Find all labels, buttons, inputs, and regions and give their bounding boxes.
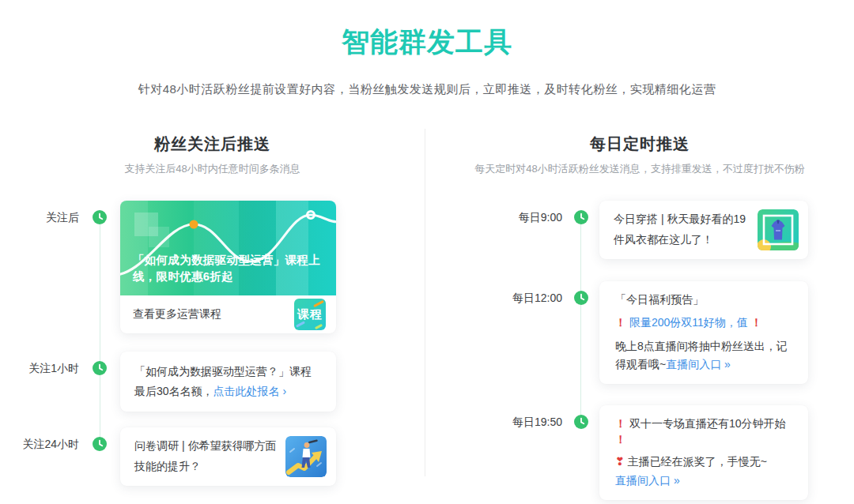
live-entry-line: 直播间入口 » [615, 472, 797, 489]
alert-exclamation: ！ [615, 316, 626, 329]
course-badge-icon: 课程 [294, 299, 326, 330]
message-text: 问卷调研 | 你希望获得哪方面技能的提升？ [134, 436, 278, 477]
banner-caption: 「如何成为数据驱动型运营」课程上线，限时优惠6折起 [133, 252, 328, 287]
column-title: 每日定时推送 [425, 129, 854, 155]
timeline-row: 每日12:00 「今日福利预告」 ！ 限量200份双11好物，值 ！ [425, 281, 854, 384]
timeline-row: 每日19:50 ！ 双十一专场直播还有10分钟开始 ！ [425, 405, 854, 500]
timeline-label: 关注后 [0, 201, 79, 225]
timeline-row: 每日9:00 今日穿搭 | 秋天最好看的19件风衣都在这儿了！ [425, 201, 854, 259]
follow-timeline: 关注后 [0, 201, 425, 486]
orange-point [190, 220, 198, 229]
clock-icon [93, 437, 107, 451]
page-title: 智能群发工具 [0, 0, 854, 61]
message-text-part: 双十一专场直播还有10分钟开始 [629, 417, 786, 430]
live-room-entry-link[interactable]: 直播间入口 » [666, 358, 731, 370]
promo-highlight: 限量200份双11好物，值 [629, 316, 748, 329]
course-banner-image: 「如何成为数据驱动型运营」课程上线，限时优惠6折起 [120, 201, 336, 295]
message-text: 晚上8点直播间将抽中粉丝送出，记得观看哦~直播间入口 » [615, 337, 797, 373]
clock-icon [93, 210, 107, 224]
streak-decoration [296, 321, 305, 327]
column-subtitle: 支持关注后48小时内任意时间多条消息 [0, 162, 425, 176]
signup-link[interactable]: 点击此处报名 › [214, 385, 287, 397]
message-title: 「今日福利预告」 [615, 292, 797, 308]
survey-person-icon [285, 436, 327, 477]
timeline-row: 关注1小时 「如何成为数据驱动型运营？」课程最后30名名额，点击此处报名 › [0, 352, 425, 412]
column-daily-push: 每日定时推送 每天定时对48小时活跃粉丝发送消息，支持排重发送，不过度打扰不伤粉… [425, 129, 854, 476]
alert-exclamation: ！ [615, 433, 626, 446]
column-follow-push: 粉丝关注后推送 支持关注后48小时内任意时间多条消息 关注后 [0, 129, 425, 476]
timeline-label: 每日9:00 [425, 201, 562, 225]
timeline-label: 关注24小时 [0, 427, 79, 452]
heart-exclamation-icon: ❣ [615, 455, 625, 468]
course-badge-label: 课程 [297, 307, 323, 322]
view-more-courses-label: 查看更多运营课程 [133, 307, 221, 322]
live-room-entry-link[interactable]: 直播间入口 » [615, 474, 680, 487]
coat-outfit-icon [758, 209, 799, 250]
streak-decoration [315, 324, 323, 329]
clock-icon [574, 415, 588, 429]
daily-timeline: 每日9:00 今日穿搭 | 秋天最好看的19件风衣都在这儿了！ [425, 201, 854, 500]
timeline-label: 每日19:50 [425, 405, 562, 430]
alert-exclamation: ！ [751, 316, 762, 329]
message-card: 「如何成为数据驱动型运营」课程上线，限时优惠6折起 查看更多运营课程 课程 [120, 201, 336, 333]
timeline-label: 关注1小时 [0, 352, 79, 376]
alert-exclamation: ！ [615, 417, 626, 430]
message-card: 问卷调研 | 你希望获得哪方面技能的提升？ [120, 427, 336, 486]
message-card: 「如何成为数据驱动型运营？」课程最后30名名额，点击此处报名 › [120, 352, 336, 412]
message-text-part: 主播已经在派奖了，手慢无~ [628, 455, 767, 468]
page-subtitle: 针对48小时活跃粉丝提前设置好内容，当粉丝触发发送规则后，立即推送，及时转化粉丝… [0, 82, 854, 97]
prize-line: ❣ 主播已经在派奖了，手慢无~ [615, 454, 797, 470]
message-card: ！ 双十一专场直播还有10分钟开始 ！ ❣ 主播已经在派奖了，手慢无~ 直播间入… [599, 405, 808, 500]
clock-icon [574, 291, 588, 305]
column-title: 粉丝关注后推送 [0, 129, 425, 155]
timeline-row: 关注24小时 问卷调研 | 你希望获得哪方面技能的提升？ [0, 427, 425, 486]
clock-icon [93, 361, 107, 375]
view-more-courses-row[interactable]: 查看更多运营课程 课程 [120, 295, 336, 333]
promo-line: ！ 限量200份双11好物，值 ！ [615, 315, 797, 331]
feature-columns: 粉丝关注后推送 支持关注后48小时内任意时间多条消息 关注后 [0, 129, 854, 476]
message-text: 今日穿搭 | 秋天最好看的19件风衣都在这儿了！ [614, 209, 750, 250]
column-subtitle: 每天定时对48小时活跃粉丝发送消息，支持排重发送，不过度打扰不伤粉 [425, 162, 854, 176]
live-countdown-line: ！ 双十一专场直播还有10分钟开始 ！ [615, 416, 797, 447]
timeline-label: 每日12:00 [425, 281, 562, 306]
message-card: 「今日福利预告」 ！ 限量200份双11好物，值 ！ 晚上8点直播间将抽中粉丝送… [599, 281, 808, 384]
message-card: 今日穿搭 | 秋天最好看的19件风衣都在这儿了！ [599, 201, 808, 259]
timeline-row: 关注后 [0, 201, 425, 333]
clock-icon [574, 210, 588, 224]
